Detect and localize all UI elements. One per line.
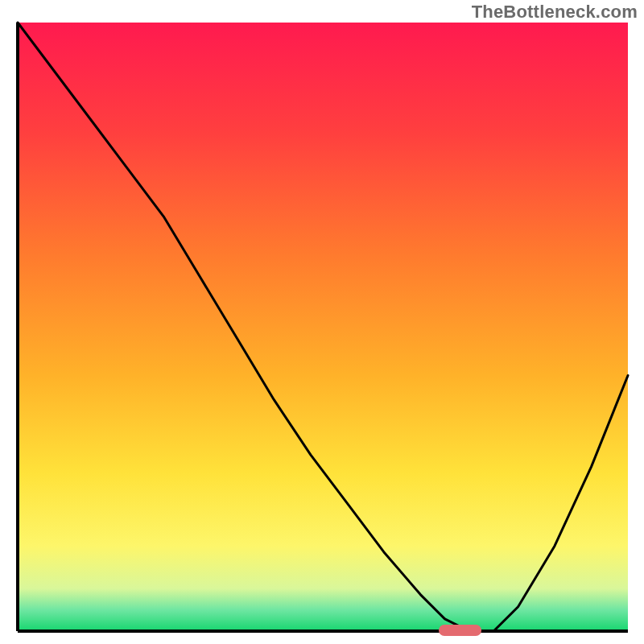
optimal-range-marker (439, 625, 481, 636)
gradient-background (18, 23, 628, 631)
bottleneck-chart (0, 0, 644, 644)
chart-stage: { "watermark": "TheBottleneck.com", "gra… (0, 0, 644, 644)
